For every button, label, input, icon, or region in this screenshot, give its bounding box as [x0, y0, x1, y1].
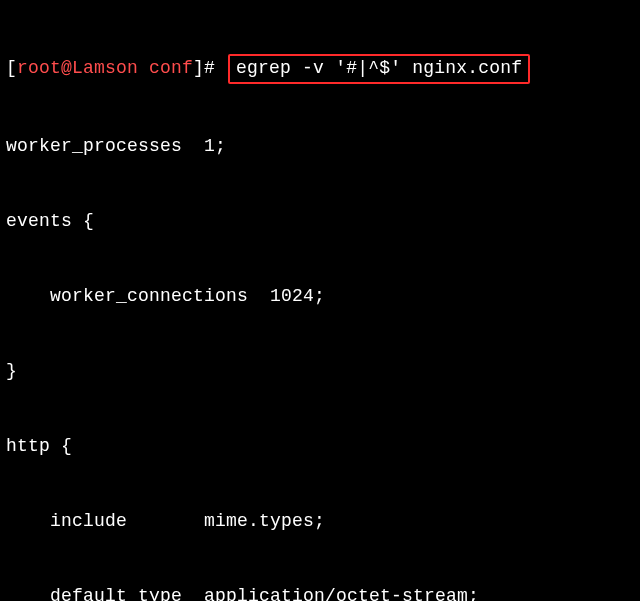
prompt-cwd: conf — [149, 58, 193, 78]
prompt-user-host: root@Lamson — [17, 58, 138, 78]
prompt-open-bracket: [ — [6, 58, 17, 78]
command-line: [root@Lamson conf]# egrep -v '#|^$' ngin… — [6, 54, 634, 84]
prompt-close-bracket: ] — [193, 58, 204, 78]
output-line: http { — [6, 434, 634, 459]
output-line: events { — [6, 209, 634, 234]
terminal[interactable]: [root@Lamson conf]# egrep -v '#|^$' ngin… — [0, 0, 640, 601]
output-line: } — [6, 359, 634, 384]
output-line: default_type application/octet-stream; — [6, 584, 634, 601]
output-line: include mime.types; — [6, 509, 634, 534]
prompt-space — [138, 58, 149, 78]
command-text: egrep -v '#|^$' nginx.conf — [236, 58, 522, 78]
prompt-hash: # — [204, 58, 226, 78]
output-line: worker_connections 1024; — [6, 284, 634, 309]
command-highlight-box: egrep -v '#|^$' nginx.conf — [228, 54, 530, 84]
output-line: worker_processes 1; — [6, 134, 634, 159]
